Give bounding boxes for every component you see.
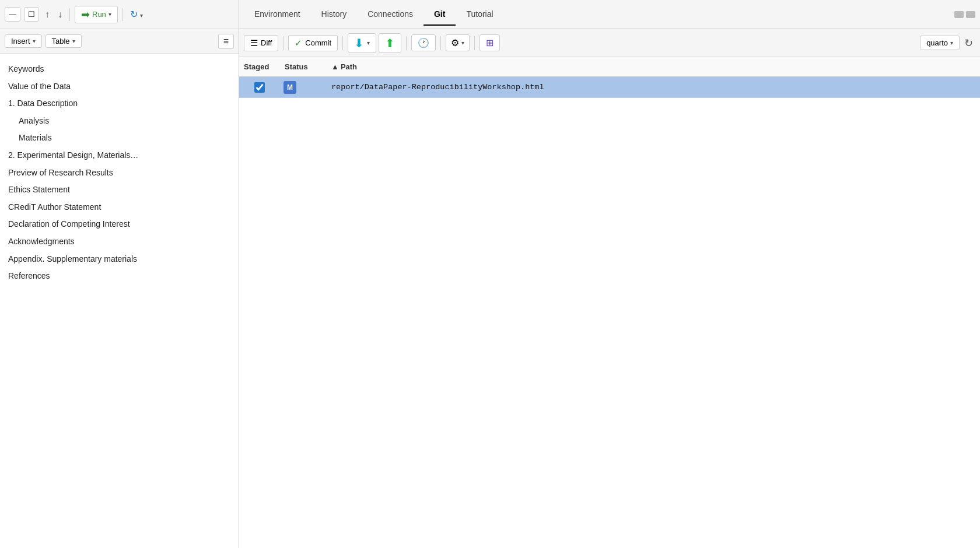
staged-cell [239, 79, 280, 96]
scroll-up-button[interactable]: ↑ [43, 8, 52, 21]
run-icon: ➡ [81, 8, 90, 21]
stage-grid-icon: ⊞ [486, 37, 494, 48]
right-maximize-button[interactable] [966, 11, 975, 18]
outline-ethics[interactable]: Ethics Statement [8, 181, 230, 199]
run-dropdown-icon: ▾ [108, 11, 111, 17]
window-controls-right [954, 11, 975, 18]
maximize-button[interactable]: ☐ [24, 7, 39, 22]
stage-grid-button[interactable]: ⊞ [480, 34, 500, 51]
git-toolbar: ☰ Diff ✓ Commit ⬇ ▾ ⬆ 🕐 ⚙ ▾ ⊞ [239, 29, 980, 57]
left-toolbar-1: — ☐ ↑ ↓ ➡ Run ▾ ↻ ▾ [0, 0, 239, 29]
diff-icon: ☰ [250, 38, 258, 48]
maximize-icon: ☐ [28, 10, 35, 19]
commit-label: Commit [305, 38, 331, 47]
pull-icon: ⬇ [354, 36, 364, 50]
separator-git-4 [440, 36, 441, 50]
left-toolbar-2: Insert ▾ Table ▾ ≡ [0, 29, 239, 54]
separator-git-3 [406, 36, 407, 50]
col-path[interactable]: ▲ Path [327, 60, 980, 73]
outline-appendix[interactable]: Appendix. Supplementary materials [8, 251, 230, 268]
git-refresh-icon: ↻ [964, 37, 973, 49]
diff-label: Diff [261, 38, 272, 47]
tab-git[interactable]: Git [424, 3, 456, 26]
scroll-down-button[interactable]: ↓ [55, 8, 65, 21]
outline-declaration[interactable]: Declaration of Competing Interest [8, 216, 230, 233]
path-sort-icon: ▲ [331, 62, 339, 71]
tab-history[interactable]: History [311, 3, 358, 26]
diff-button[interactable]: ☰ Diff [244, 35, 278, 51]
tab-tutorial[interactable]: Tutorial [456, 3, 503, 26]
gear-icon: ⚙ [451, 37, 459, 48]
align-icon: ≡ [223, 36, 229, 46]
history-clock-button[interactable]: 🕐 [411, 34, 436, 51]
outline-experimental-design[interactable]: 2. Experimental Design, Materials… [8, 147, 230, 164]
gear-button[interactable]: ⚙ ▾ [446, 34, 470, 51]
refresh-dropdown-icon: ▾ [140, 12, 143, 19]
tab-connections[interactable]: Connections [357, 3, 424, 26]
file-path: report/DataPaper-ReproducibilityWorkshop… [327, 80, 980, 94]
staged-checkbox[interactable] [254, 82, 265, 93]
status-badge: M [284, 81, 296, 94]
outline-keywords[interactable]: Keywords [8, 61, 230, 78]
git-refresh-button[interactable]: ↻ [962, 34, 975, 52]
pull-button[interactable]: ⬇ ▾ [348, 33, 376, 53]
outline-data-description[interactable]: 1. Data Description [8, 95, 230, 113]
outline-acknowledgments[interactable]: Acknowledgments [8, 233, 230, 251]
table-dropdown-icon: ▾ [72, 38, 75, 44]
outline-materials[interactable]: Materials [8, 129, 230, 147]
separator-2 [123, 8, 123, 21]
insert-label: Insert [11, 37, 30, 45]
minimize-button[interactable]: — [5, 7, 20, 22]
outline-credit[interactable]: CRediT Author Statement [8, 199, 230, 216]
insert-button[interactable]: Insert ▾ [5, 34, 42, 48]
clock-icon: 🕐 [418, 37, 429, 48]
separator-git-2 [342, 36, 343, 50]
branch-label: quarto [926, 38, 948, 47]
minimize-icon: — [9, 10, 16, 19]
branch-selector-button[interactable]: quarto ▾ [920, 36, 960, 50]
branch-dropdown-icon: ▾ [950, 40, 953, 46]
col-status: Status [280, 60, 327, 73]
status-cell: M [280, 79, 327, 96]
up-arrow-icon: ↑ [45, 9, 50, 19]
down-arrow-icon: ↓ [58, 9, 62, 19]
run-label: Run [92, 10, 106, 19]
right-minimize-button[interactable] [954, 11, 964, 18]
outline-value-of-data[interactable]: Value of the Data [8, 78, 230, 96]
outline-analysis[interactable]: Analysis [8, 113, 230, 130]
left-panel: — ☐ ↑ ↓ ➡ Run ▾ ↻ ▾ Insert ▾ Table [0, 0, 239, 548]
tab-bar: Environment History Connections Git Tuto… [239, 0, 980, 29]
commit-button[interactable]: ✓ Commit [288, 35, 338, 51]
gear-dropdown-icon: ▾ [461, 40, 464, 46]
right-panel: Environment History Connections Git Tuto… [239, 0, 980, 548]
commit-icon: ✓ [295, 38, 302, 48]
file-table-header: Staged Status ▲ Path [239, 57, 980, 77]
outline-preview-research[interactable]: Preview of Research Results [8, 164, 230, 182]
separator-1 [69, 8, 70, 21]
col-staged: Staged [239, 60, 280, 73]
push-icon: ⬆ [385, 36, 395, 50]
align-button[interactable]: ≡ [218, 34, 234, 49]
pull-dropdown-icon: ▾ [367, 40, 370, 46]
table-row: M report/DataPaper-ReproducibilityWorksh… [239, 77, 980, 98]
outline-panel: Keywords Value of the Data 1. Data Descr… [0, 54, 239, 548]
run-button[interactable]: ➡ Run ▾ [75, 6, 118, 23]
separator-git-1 [283, 36, 284, 50]
outline-references[interactable]: References [8, 268, 230, 285]
table-label: Table [52, 37, 70, 45]
file-area-empty [239, 98, 980, 548]
tab-environment[interactable]: Environment [244, 3, 311, 26]
separator-git-5 [474, 36, 475, 50]
refresh-button[interactable]: ↻ ▾ [128, 8, 145, 21]
push-button[interactable]: ⬆ [379, 33, 401, 53]
insert-dropdown-icon: ▾ [33, 38, 36, 44]
table-button[interactable]: Table ▾ [46, 34, 82, 48]
refresh-icon: ↻ [130, 9, 138, 19]
